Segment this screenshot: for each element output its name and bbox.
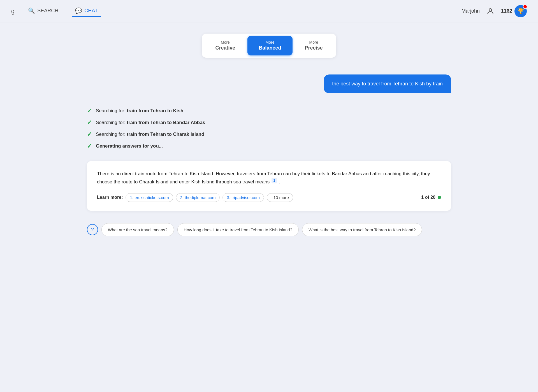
page-count: 1 of 20 bbox=[421, 195, 435, 200]
source-link-3[interactable]: 3. tripadvisor.com bbox=[222, 193, 264, 202]
status-item: ✓ Searching for: train from Tehran to Ki… bbox=[87, 107, 451, 115]
user-bubble: the best way to travel from Tehran to Ki… bbox=[324, 74, 451, 93]
more-sources-btn[interactable]: +10 more bbox=[267, 193, 293, 202]
search-icon: 🔍 bbox=[28, 7, 35, 14]
suggest-btn-2[interactable]: How long does it take to travel from Teh… bbox=[177, 223, 299, 236]
status-item-4: ✓ Generating answers for you... bbox=[87, 143, 451, 150]
checkmark-4: ✓ bbox=[87, 143, 92, 150]
status-bold-4: Generating answers for you... bbox=[96, 143, 163, 149]
checkmark-1: ✓ bbox=[87, 107, 92, 115]
user-name: Marjohn bbox=[462, 8, 480, 14]
suggest-btn-1[interactable]: What are the sea travel means? bbox=[101, 223, 174, 236]
status-text-1: Searching for: train from Tehran to Kish bbox=[96, 108, 183, 114]
chat-label: CHAT bbox=[84, 8, 98, 14]
learn-more-label: Learn more: bbox=[97, 195, 123, 200]
suggest-btn-3[interactable]: What is the best way to travel from Tehr… bbox=[302, 223, 422, 236]
chat-icon: 💬 bbox=[75, 7, 82, 14]
status-bold-1: train from Tehran to Kish bbox=[127, 108, 184, 113]
search-label: SEARCH bbox=[37, 8, 58, 14]
mode-precise-btn[interactable]: More Precise bbox=[294, 36, 334, 55]
page-indicator: 1 of 20 bbox=[421, 195, 441, 200]
mode-balanced-btn[interactable]: More Balanced bbox=[247, 36, 292, 55]
status-bold-2: train from Tehran to Bandar Abbas bbox=[127, 120, 205, 125]
status-item-2: ✓ Searching for: train from Tehran to Ba… bbox=[87, 119, 451, 126]
points-value: 1162 bbox=[501, 8, 512, 14]
nav-partial-title: g bbox=[11, 8, 15, 15]
green-dot bbox=[438, 196, 441, 199]
suggest-icon: ? bbox=[87, 224, 98, 235]
learn-more-row: Learn more: 1. en.kishtickets.com 2. the… bbox=[97, 193, 441, 202]
creative-top-label: More bbox=[215, 40, 235, 45]
status-text-4: Generating answers for you... bbox=[96, 143, 163, 149]
user-icon bbox=[486, 7, 494, 15]
nav-left: g 🔍 SEARCH 💬 CHAT bbox=[11, 5, 101, 17]
nav-right: Marjohn 1162 🏆 bbox=[462, 5, 527, 17]
chat-area: the best way to travel from Tehran to Ki… bbox=[87, 74, 451, 236]
status-item-3: ✓ Searching for: train from Tehran to Ch… bbox=[87, 131, 451, 138]
user-message-row: the best way to travel from Tehran to Ki… bbox=[87, 74, 451, 93]
suggestions-row: ? What are the sea travel means? How lon… bbox=[87, 223, 451, 236]
points-badge: 1162 🏆 bbox=[501, 5, 527, 17]
search-status: ✓ Searching for: train from Tehran to Ki… bbox=[87, 104, 451, 153]
balanced-top-label: More bbox=[259, 40, 281, 45]
answer-text-before: There is no direct train route from Tehr… bbox=[97, 171, 430, 185]
status-text-3: Searching for: train from Tehran to Char… bbox=[96, 132, 204, 137]
nav-search[interactable]: 🔍 SEARCH bbox=[25, 5, 62, 17]
creative-main-label: Creative bbox=[215, 45, 235, 51]
mode-selector: More Creative More Balanced More Precise bbox=[202, 34, 336, 58]
navbar: g 🔍 SEARCH 💬 CHAT Marjohn 1162 🏆 bbox=[0, 0, 538, 22]
checkmark-3: ✓ bbox=[87, 131, 92, 138]
source-link-2[interactable]: 2. thediplomat.com bbox=[176, 193, 220, 202]
answer-text: There is no direct train route from Tehr… bbox=[97, 170, 441, 186]
trophy-icon: 🏆 bbox=[517, 8, 524, 15]
trophy-circle: 🏆 bbox=[514, 5, 527, 17]
source-link-1[interactable]: 1. en.kishtickets.com bbox=[126, 193, 173, 202]
citation-badge[interactable]: 1 bbox=[272, 178, 277, 183]
status-text-2: Searching for: train from Tehran to Band… bbox=[96, 120, 205, 125]
status-bold-3: train from Tehran to Charak Island bbox=[127, 132, 204, 137]
mode-creative-btn[interactable]: More Creative bbox=[204, 36, 246, 55]
balanced-main-label: Balanced bbox=[259, 45, 281, 51]
answer-text-after: . bbox=[279, 179, 280, 185]
main-content: More Creative More Balanced More Precise… bbox=[73, 22, 465, 248]
nav-chat[interactable]: 💬 CHAT bbox=[72, 5, 101, 17]
svg-point-0 bbox=[489, 8, 491, 11]
precise-main-label: Precise bbox=[305, 45, 323, 51]
checkmark-2: ✓ bbox=[87, 119, 92, 126]
precise-top-label: More bbox=[305, 40, 323, 45]
answer-card: There is no direct train route from Tehr… bbox=[87, 161, 451, 211]
